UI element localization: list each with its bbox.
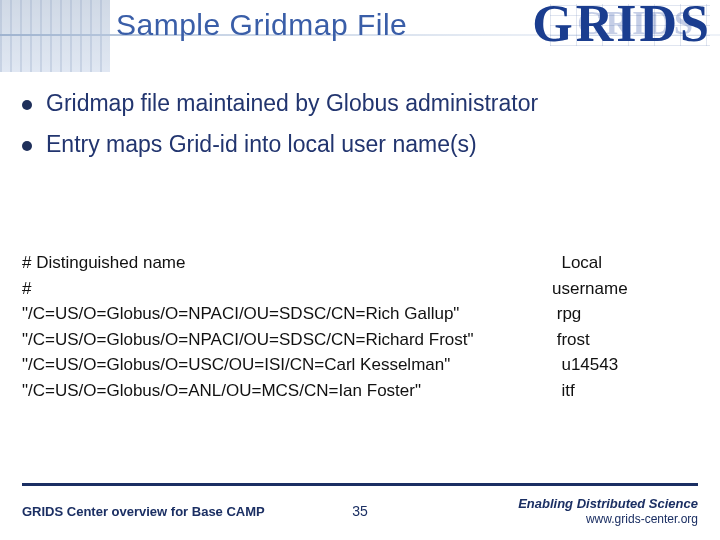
- gridmap-header-row-2: # username: [22, 276, 698, 302]
- gridmap-dn: "/C=US/O=Globus/O=NPACI/OU=SDSC/CN=Rich …: [22, 301, 552, 327]
- slide-number: 35: [352, 503, 368, 519]
- gridmap-local: rpg: [552, 301, 581, 327]
- header-band: Sample Gridmap File GRIDS GRIDS: [0, 0, 720, 72]
- bullet-dot-icon: [22, 100, 32, 110]
- gridmap-header-dn: # Distinguished name: [22, 250, 552, 276]
- gridmap-local: u14543: [552, 352, 618, 378]
- gridmap-entry-row: "/C=US/O=Globus/O=NPACI/OU=SDSC/CN=Richa…: [22, 327, 698, 353]
- footer-left-text: GRIDS Center overview for Base CAMP: [22, 504, 265, 519]
- gridmap-dn: "/C=US/O=Globus/O=USC/OU=ISI/CN=Carl Kes…: [22, 352, 552, 378]
- header-decor-block: [0, 0, 110, 72]
- gridmap-local: itf: [552, 378, 575, 404]
- slide-title: Sample Gridmap File: [116, 8, 407, 42]
- bullet-list: Gridmap file maintained by Globus admini…: [22, 90, 698, 172]
- gridmap-header-row: # Distinguished name Local: [22, 250, 698, 276]
- bullet-item: Gridmap file maintained by Globus admini…: [22, 90, 698, 117]
- footer: GRIDS Center overview for Base CAMP 35 E…: [22, 496, 698, 526]
- gridmap-dn: "/C=US/O=Globus/O=ANL/OU=MCS/CN=Ian Fost…: [22, 378, 552, 404]
- gridmap-entry-row: "/C=US/O=Globus/O=NPACI/OU=SDSC/CN=Rich …: [22, 301, 698, 327]
- gridmap-hash: #: [22, 276, 552, 302]
- gridmap-header-local-2: username: [552, 276, 628, 302]
- gridmap-entry-row: "/C=US/O=Globus/O=USC/OU=ISI/CN=Carl Kes…: [22, 352, 698, 378]
- gridmap-file-listing: # Distinguished name Local # username "/…: [22, 250, 698, 403]
- gridmap-local: frost: [552, 327, 590, 353]
- footer-url: www.grids-center.org: [518, 512, 698, 526]
- bullet-dot-icon: [22, 141, 32, 151]
- gridmap-header-local: Local: [552, 250, 602, 276]
- slide: Sample Gridmap File GRIDS GRIDS Gridmap …: [0, 0, 720, 540]
- bullet-text: Gridmap file maintained by Globus admini…: [46, 90, 538, 117]
- bullet-item: Entry maps Grid-id into local user name(…: [22, 131, 698, 158]
- footer-tagline: Enabling Distributed Science: [518, 496, 698, 512]
- bullet-text: Entry maps Grid-id into local user name(…: [46, 131, 477, 158]
- gridmap-entry-row: "/C=US/O=Globus/O=ANL/OU=MCS/CN=Ian Fost…: [22, 378, 698, 404]
- grids-logo: GRIDS: [532, 0, 712, 50]
- footer-separator: [22, 483, 698, 486]
- gridmap-dn: "/C=US/O=Globus/O=NPACI/OU=SDSC/CN=Richa…: [22, 327, 552, 353]
- footer-right: Enabling Distributed Science www.grids-c…: [518, 496, 698, 526]
